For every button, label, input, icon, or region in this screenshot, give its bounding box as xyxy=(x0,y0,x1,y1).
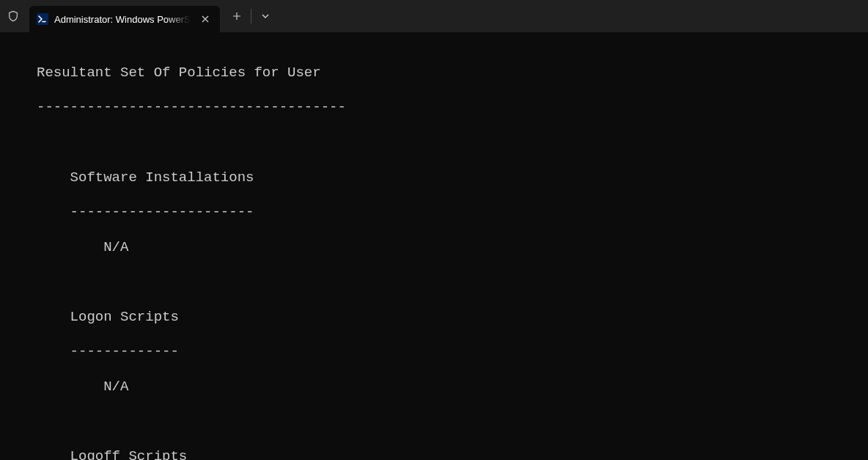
window-titlebar: Administrator: Windows PowerShell xyxy=(0,0,868,32)
titlebar-divider xyxy=(251,9,251,23)
section-title-logoff-scripts: Logoff Scripts xyxy=(37,448,868,460)
section-title-software-installations: Software Installations xyxy=(37,169,868,187)
svg-rect-0 xyxy=(37,13,48,25)
rsop-header-title: Resultant Set Of Policies for User xyxy=(37,65,868,82)
shield-icon xyxy=(6,9,21,23)
tab-dropdown-button[interactable] xyxy=(253,4,278,29)
section-underline: ---------------------- xyxy=(37,204,868,222)
blank-line xyxy=(37,274,868,291)
tab-title: Administrator: Windows PowerShell xyxy=(54,14,194,25)
section-value: N/A xyxy=(37,239,868,257)
rsop-header-underline: ------------------------------------- xyxy=(37,99,868,117)
blank-line xyxy=(37,134,868,152)
section-underline: ------------- xyxy=(37,343,868,361)
tab-powershell[interactable]: Administrator: Windows PowerShell xyxy=(29,6,220,32)
blank-line xyxy=(37,413,868,431)
section-title-logon-scripts: Logon Scripts xyxy=(37,309,868,326)
terminal-output[interactable]: Resultant Set Of Policies for User -----… xyxy=(0,32,868,460)
close-tab-button[interactable] xyxy=(198,12,213,26)
powershell-icon xyxy=(37,13,48,25)
new-tab-button[interactable] xyxy=(224,4,249,29)
section-value: N/A xyxy=(37,379,868,396)
